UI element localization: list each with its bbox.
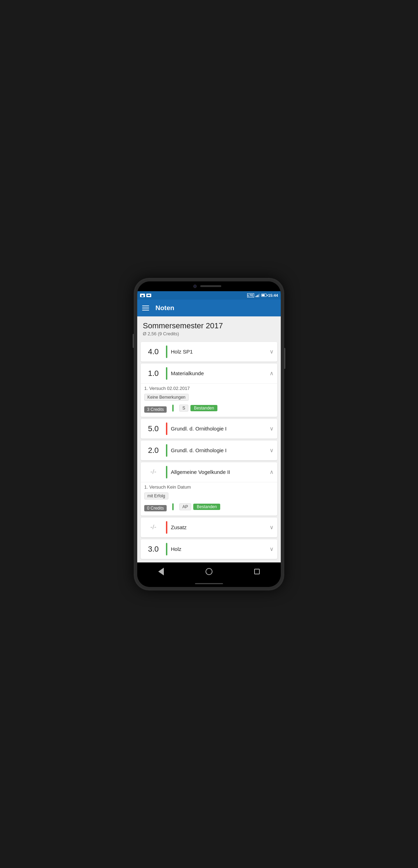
grade-bar-zusatz (166, 521, 167, 534)
status-badge-vogelkunde: Bestanden (193, 504, 220, 510)
toolbar-title: Noten (155, 304, 174, 312)
grade-card-vogelkunde[interactable]: -/- Allgemeine Vogelkunde II ∧ 1. Versuc… (141, 462, 277, 516)
status-right-icons: LTE 15:44 (247, 293, 278, 298)
grade-bar-ornithologie-5 (166, 422, 167, 435)
main-content: Sommersemester 2017 Ø 2,56 (9 Credits) 4… (137, 316, 281, 562)
clock: 15:44 (268, 293, 278, 298)
grade-card-materialkunde[interactable]: 1.0 Materialkunde ∧ 1. Versuch 02.02.201… (141, 364, 277, 417)
grade-card-details-materialkunde: 1. Versuch 02.02.2017 Keine Bemerkungen … (141, 383, 277, 417)
grade-name-vogelkunde: Allgemeine Vogelkunde II (171, 469, 267, 475)
bottom-navigation (137, 562, 281, 581)
svg-rect-4 (256, 296, 256, 297)
grade-card-header-ornithologie-5[interactable]: 5.0 Grundl. d. Ornithologie I ∨ (141, 419, 277, 439)
grade-card-header-holz[interactable]: 3.0 Holz ∨ (141, 539, 277, 559)
remark-row-vogelkunde: mit Erfolg (144, 492, 274, 499)
grade-bar-holz-sp1 (166, 345, 167, 358)
back-button[interactable] (156, 567, 166, 576)
footer-row-materialkunde: 3 Credits S Bestanden (144, 404, 274, 413)
grade-card-holz-sp1[interactable]: 4.0 Holz SP1 ∨ (141, 342, 277, 362)
svg-rect-1 (141, 295, 144, 297)
svg-rect-3 (147, 295, 150, 296)
chevron-materialkunde: ∧ (270, 370, 274, 377)
grade-name-zusatz: Zusatz (171, 524, 267, 530)
speaker (200, 285, 221, 287)
grade-card-zusatz[interactable]: -/- Zusatz ∨ (141, 518, 277, 537)
footer-row-vogelkunde: 0 Credits AP Bestanden (144, 502, 274, 511)
grade-bar-holz (166, 543, 167, 555)
svg-rect-5 (257, 295, 257, 297)
grade-value-holz-sp1: 4.0 (144, 347, 162, 356)
svg-rect-6 (258, 295, 258, 297)
battery-icon (261, 294, 267, 297)
chevron-ornithologie-5: ∨ (270, 425, 274, 432)
grade-card-ornithologie-5[interactable]: 5.0 Grundl. d. Ornithologie I ∨ (141, 419, 277, 439)
remark-row-materialkunde: Keine Bemerkungen (144, 394, 274, 401)
grade-name-materialkunde: Materialkunde (171, 370, 267, 376)
grade-value-materialkunde: 1.0 (144, 369, 162, 378)
grade-value-holz: 3.0 (144, 545, 162, 554)
grade-card-holz[interactable]: 3.0 Holz ∨ (141, 539, 277, 559)
grade-value-ornithologie-5: 5.0 (144, 424, 162, 433)
grade-bar-ornithologie-2 (166, 444, 167, 457)
remark-badge-materialkunde: Keine Bemerkungen (144, 394, 189, 401)
grade-name-ornithologie-2: Grundl. d. Ornithologie I (171, 447, 267, 453)
chevron-holz-sp1: ∨ (270, 348, 274, 355)
grade-bar-materialkunde (166, 367, 167, 380)
grade-card-details-vogelkunde: 1. Versuch Kein Datum mit Erfolg 0 Credi… (141, 482, 277, 516)
credits-badge-vogelkunde: 0 Credits (144, 505, 167, 511)
footer-bar-vogelkunde (172, 503, 174, 510)
chevron-holz: ∨ (270, 546, 274, 552)
phone-bottom (137, 581, 281, 587)
grade-bar-vogelkunde (166, 466, 167, 478)
lte-icon: LTE (247, 293, 254, 298)
home-button[interactable] (204, 567, 214, 576)
grade-card-header-holz-sp1[interactable]: 4.0 Holz SP1 ∨ (141, 342, 277, 362)
status-bar: LTE 15:44 (137, 291, 281, 300)
status-badge-materialkunde: Bestanden (190, 405, 217, 411)
grades-list: 4.0 Holz SP1 ∨ 1.0 Materialkunde ∧ (137, 339, 281, 562)
bottom-indicator-bar (195, 583, 223, 584)
remark-badge-vogelkunde: mit Erfolg (144, 492, 168, 499)
attempt-materialkunde: 1. Versuch 02.02.2017 (144, 386, 274, 391)
grade-name-holz: Holz (171, 546, 267, 552)
grade-card-ornithologie-2[interactable]: 2.0 Grundl. d. Ornithologie I ∨ (141, 441, 277, 460)
grade-value-vogelkunde: -/- (144, 468, 162, 476)
credits-badge-materialkunde: 3 Credits (144, 406, 167, 413)
chevron-vogelkunde: ∧ (270, 469, 274, 475)
hamburger-menu-button[interactable] (142, 306, 149, 310)
signal-icon (256, 294, 260, 297)
grade-card-header-ornithologie-2[interactable]: 2.0 Grundl. d. Ornithologie I ∨ (141, 441, 277, 460)
camera (193, 285, 197, 288)
footer-bar-materialkunde (172, 405, 174, 412)
semester-title: Sommersemester 2017 (143, 321, 275, 330)
svg-rect-7 (259, 294, 259, 297)
attempt-vogelkunde: 1. Versuch Kein Datum (144, 484, 274, 490)
grade-value-zusatz: -/- (144, 524, 162, 531)
grade-value-ornithologie-2: 2.0 (144, 446, 162, 455)
sim-icon (140, 294, 145, 297)
semester-subtitle: Ø 2,56 (9 Credits) (143, 331, 275, 336)
recent-button[interactable] (252, 567, 262, 576)
phone-top-bar (137, 281, 281, 291)
grade-card-header-materialkunde[interactable]: 1.0 Materialkunde ∧ (141, 364, 277, 383)
semester-header: Sommersemester 2017 Ø 2,56 (9 Credits) (137, 316, 281, 339)
chevron-ornithologie-2: ∨ (270, 447, 274, 454)
grade-name-holz-sp1: Holz SP1 (171, 349, 267, 355)
status-left-icons (140, 294, 151, 297)
type-badge-vogelkunde: AP (179, 503, 191, 510)
grade-card-header-zusatz[interactable]: -/- Zusatz ∨ (141, 518, 277, 537)
toolbar: Noten (137, 300, 281, 316)
type-badge-materialkunde: S (179, 405, 188, 412)
grade-name-ornithologie-5: Grundl. d. Ornithologie I (171, 426, 267, 432)
android-icon (146, 294, 151, 297)
chevron-zusatz: ∨ (270, 524, 274, 531)
grade-card-header-vogelkunde[interactable]: -/- Allgemeine Vogelkunde II ∧ (141, 462, 277, 482)
